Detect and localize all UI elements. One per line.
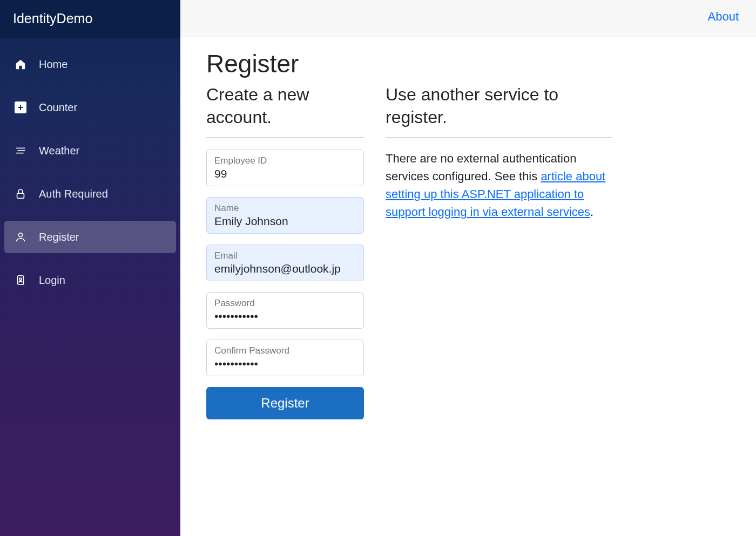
name-label: Name — [214, 203, 356, 214]
about-link[interactable]: About — [708, 10, 739, 24]
confirm-password-label: Confirm Password — [214, 345, 356, 356]
sidebar-item-label: Register — [39, 231, 79, 243]
svg-rect-3 — [17, 193, 24, 198]
list-icon — [14, 144, 27, 157]
sidebar-item-weather[interactable]: Weather — [4, 134, 176, 167]
page-title: Register — [206, 49, 730, 78]
register-form-column: Create a new account. Employee ID Name E… — [206, 84, 364, 419]
sidebar-item-register[interactable]: Register — [4, 221, 176, 253]
sidebar-header: IdentityDemo — [0, 0, 180, 38]
sidebar-item-home[interactable]: Home — [4, 48, 176, 80]
confirm-password-field-wrapper: Confirm Password — [206, 340, 364, 376]
employee-id-input[interactable] — [214, 167, 356, 180]
content: Register Create a new account. Employee … — [180, 37, 756, 441]
password-label: Password — [214, 298, 356, 309]
register-button[interactable]: Register — [206, 387, 364, 419]
name-field-wrapper: Name — [206, 197, 364, 234]
plus-icon — [14, 101, 27, 114]
home-icon — [14, 58, 27, 71]
external-services-column: Use another service to register. There a… — [386, 84, 612, 221]
sidebar-item-label: Auth Required — [39, 188, 108, 200]
sidebar-item-login[interactable]: Login — [4, 264, 176, 296]
divider — [386, 137, 612, 138]
create-account-heading: Create a new account. — [206, 84, 364, 128]
sidebar-item-label: Weather — [39, 145, 79, 157]
topbar: About — [180, 0, 756, 37]
email-field-wrapper: Email — [206, 245, 364, 281]
badge-icon — [14, 274, 27, 287]
sidebar-item-label: Login — [39, 274, 65, 287]
sidebar-item-counter[interactable]: Counter — [4, 91, 176, 124]
email-input[interactable] — [214, 262, 356, 275]
external-text: There are no external authentication ser… — [386, 150, 612, 221]
sidebar-item-auth-required[interactable]: Auth Required — [4, 178, 176, 210]
svg-point-6 — [19, 278, 22, 280]
password-field-wrapper: Password — [206, 292, 364, 329]
employee-id-field-wrapper: Employee ID — [206, 150, 364, 186]
main: About Register Create a new account. Emp… — [180, 0, 756, 536]
sidebar: IdentityDemo Home Counter Weather — [0, 0, 180, 536]
external-heading: Use another service to register. — [386, 84, 612, 128]
name-input[interactable] — [214, 215, 356, 228]
sidebar-item-label: Home — [39, 58, 68, 71]
person-icon — [14, 230, 27, 243]
email-label: Email — [214, 250, 356, 261]
nav: Home Counter Weather Auth Required — [0, 38, 180, 296]
lock-icon — [14, 187, 27, 200]
password-input[interactable] — [214, 310, 356, 323]
sidebar-item-label: Counter — [39, 101, 77, 114]
brand-link[interactable]: IdentityDemo — [13, 11, 92, 26]
svg-point-4 — [18, 233, 22, 237]
divider — [206, 137, 364, 138]
employee-id-label: Employee ID — [214, 155, 356, 166]
external-text-suffix: . — [590, 205, 593, 219]
confirm-password-input[interactable] — [214, 357, 356, 370]
